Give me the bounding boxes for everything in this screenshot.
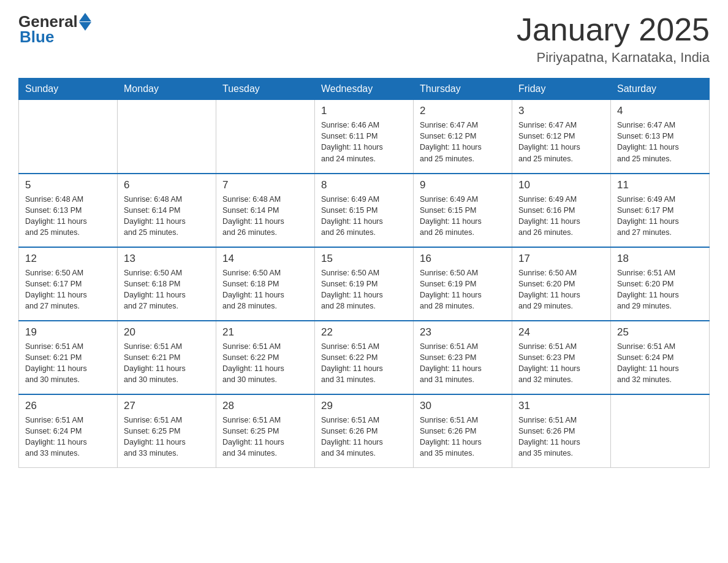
calendar-header-cell: Sunday [19,79,118,100]
calendar-day-cell [611,394,710,468]
calendar-day-cell: 23Sunrise: 6:51 AM Sunset: 6:23 PM Dayli… [414,321,512,394]
calendar-day-cell: 12Sunrise: 6:50 AM Sunset: 6:17 PM Dayli… [19,247,118,321]
day-info: Sunrise: 6:47 AM Sunset: 6:12 PM Dayligh… [518,120,604,164]
calendar-day-cell: 21Sunrise: 6:51 AM Sunset: 6:22 PM Dayli… [216,321,315,394]
day-info: Sunrise: 6:51 AM Sunset: 6:25 PM Dayligh… [124,415,210,459]
calendar-day-cell: 31Sunrise: 6:51 AM Sunset: 6:26 PM Dayli… [512,394,611,468]
calendar-week-row: 19Sunrise: 6:51 AM Sunset: 6:21 PM Dayli… [19,321,710,394]
day-info: Sunrise: 6:47 AM Sunset: 6:13 PM Dayligh… [617,120,703,164]
calendar-day-cell: 28Sunrise: 6:51 AM Sunset: 6:25 PM Dayli… [216,394,315,468]
day-info: Sunrise: 6:51 AM Sunset: 6:26 PM Dayligh… [420,415,506,459]
day-info: Sunrise: 6:50 AM Sunset: 6:19 PM Dayligh… [420,267,506,312]
day-info: Sunrise: 6:49 AM Sunset: 6:15 PM Dayligh… [420,194,506,239]
calendar-day-cell: 11Sunrise: 6:49 AM Sunset: 6:17 PM Dayli… [611,174,710,247]
day-info: Sunrise: 6:51 AM Sunset: 6:24 PM Dayligh… [617,341,703,386]
day-info: Sunrise: 6:51 AM Sunset: 6:23 PM Dayligh… [518,341,604,386]
calendar-title: January 2025 [517,12,710,47]
day-info: Sunrise: 6:51 AM Sunset: 6:25 PM Dayligh… [222,415,308,459]
calendar-day-cell [216,100,315,174]
day-number: 20 [124,326,210,339]
calendar-header-cell: Wednesday [315,79,414,100]
calendar-day-cell: 22Sunrise: 6:51 AM Sunset: 6:22 PM Dayli… [315,321,414,394]
day-number: 10 [518,179,604,191]
logo: General Blue [18,12,91,47]
day-number: 18 [617,253,703,265]
day-number: 17 [518,253,604,265]
logo-blue-text: Blue [18,28,54,47]
day-number: 4 [617,105,703,117]
calendar-day-cell: 18Sunrise: 6:51 AM Sunset: 6:20 PM Dayli… [611,247,710,321]
day-number: 28 [222,400,308,412]
day-number: 11 [617,179,703,191]
calendar-day-cell: 20Sunrise: 6:51 AM Sunset: 6:21 PM Dayli… [118,321,216,394]
day-number: 7 [222,179,308,191]
day-info: Sunrise: 6:49 AM Sunset: 6:16 PM Dayligh… [518,194,604,239]
day-info: Sunrise: 6:50 AM Sunset: 6:20 PM Dayligh… [518,267,604,312]
day-number: 23 [420,326,506,339]
day-number: 30 [420,400,506,412]
calendar-day-cell: 15Sunrise: 6:50 AM Sunset: 6:19 PM Dayli… [315,247,414,321]
calendar-subtitle: Piriyapatna, Karnataka, India [517,50,710,66]
calendar-day-cell: 2Sunrise: 6:47 AM Sunset: 6:12 PM Daylig… [414,100,512,174]
day-info: Sunrise: 6:49 AM Sunset: 6:17 PM Dayligh… [617,194,703,239]
calendar-day-cell: 3Sunrise: 6:47 AM Sunset: 6:12 PM Daylig… [512,100,611,174]
calendar-day-cell [118,100,216,174]
day-number: 21 [222,326,308,339]
calendar-header-cell: Saturday [611,79,710,100]
day-number: 9 [420,179,506,191]
day-number: 1 [321,105,407,117]
day-info: Sunrise: 6:47 AM Sunset: 6:12 PM Dayligh… [420,120,506,164]
day-info: Sunrise: 6:48 AM Sunset: 6:14 PM Dayligh… [124,194,210,239]
calendar-day-cell: 1Sunrise: 6:46 AM Sunset: 6:11 PM Daylig… [315,100,414,174]
day-number: 3 [518,105,604,117]
calendar-week-row: 12Sunrise: 6:50 AM Sunset: 6:17 PM Dayli… [19,247,710,321]
calendar-header-cell: Thursday [414,79,512,100]
calendar-day-cell: 6Sunrise: 6:48 AM Sunset: 6:14 PM Daylig… [118,174,216,247]
page-header: General Blue January 2025 Piriyapatna, K… [18,12,710,66]
calendar-day-cell: 16Sunrise: 6:50 AM Sunset: 6:19 PM Dayli… [414,247,512,321]
day-info: Sunrise: 6:50 AM Sunset: 6:17 PM Dayligh… [25,267,111,312]
day-number: 15 [321,253,407,265]
calendar-day-cell: 10Sunrise: 6:49 AM Sunset: 6:16 PM Dayli… [512,174,611,247]
day-number: 22 [321,326,407,339]
day-number: 12 [25,253,111,265]
day-info: Sunrise: 6:51 AM Sunset: 6:20 PM Dayligh… [617,267,703,312]
day-number: 6 [124,179,210,191]
day-info: Sunrise: 6:51 AM Sunset: 6:23 PM Dayligh… [420,341,506,386]
day-number: 16 [420,253,506,265]
calendar-day-cell: 26Sunrise: 6:51 AM Sunset: 6:24 PM Dayli… [19,394,118,468]
calendar-day-cell: 7Sunrise: 6:48 AM Sunset: 6:14 PM Daylig… [216,174,315,247]
day-info: Sunrise: 6:50 AM Sunset: 6:18 PM Dayligh… [124,267,210,312]
calendar-day-cell: 27Sunrise: 6:51 AM Sunset: 6:25 PM Dayli… [118,394,216,468]
day-number: 26 [25,400,111,412]
day-info: Sunrise: 6:48 AM Sunset: 6:14 PM Dayligh… [222,194,308,239]
day-number: 13 [124,253,210,265]
day-number: 2 [420,105,506,117]
day-info: Sunrise: 6:51 AM Sunset: 6:26 PM Dayligh… [321,415,407,459]
calendar-day-cell: 14Sunrise: 6:50 AM Sunset: 6:18 PM Dayli… [216,247,315,321]
day-info: Sunrise: 6:49 AM Sunset: 6:15 PM Dayligh… [321,194,407,239]
day-number: 25 [617,326,703,339]
day-number: 27 [124,400,210,412]
calendar-day-cell: 30Sunrise: 6:51 AM Sunset: 6:26 PM Dayli… [414,394,512,468]
day-number: 29 [321,400,407,412]
day-info: Sunrise: 6:46 AM Sunset: 6:11 PM Dayligh… [321,120,407,164]
day-info: Sunrise: 6:50 AM Sunset: 6:18 PM Dayligh… [222,267,308,312]
calendar-day-cell: 19Sunrise: 6:51 AM Sunset: 6:21 PM Dayli… [19,321,118,394]
calendar-day-cell: 25Sunrise: 6:51 AM Sunset: 6:24 PM Dayli… [611,321,710,394]
calendar-day-cell: 9Sunrise: 6:49 AM Sunset: 6:15 PM Daylig… [414,174,512,247]
calendar-week-row: 26Sunrise: 6:51 AM Sunset: 6:24 PM Dayli… [19,394,710,468]
calendar-header-row: SundayMondayTuesdayWednesdayThursdayFrid… [19,79,710,100]
calendar-day-cell: 17Sunrise: 6:50 AM Sunset: 6:20 PM Dayli… [512,247,611,321]
day-number: 8 [321,179,407,191]
calendar-week-row: 5Sunrise: 6:48 AM Sunset: 6:13 PM Daylig… [19,174,710,247]
day-number: 14 [222,253,308,265]
day-info: Sunrise: 6:51 AM Sunset: 6:22 PM Dayligh… [222,341,308,386]
calendar-header-cell: Monday [118,79,216,100]
calendar-day-cell: 5Sunrise: 6:48 AM Sunset: 6:13 PM Daylig… [19,174,118,247]
calendar-week-row: 1Sunrise: 6:46 AM Sunset: 6:11 PM Daylig… [19,100,710,174]
calendar-day-cell: 13Sunrise: 6:50 AM Sunset: 6:18 PM Dayli… [118,247,216,321]
calendar-table: SundayMondayTuesdayWednesdayThursdayFrid… [18,78,710,468]
day-number: 5 [25,179,111,191]
calendar-header-cell: Friday [512,79,611,100]
